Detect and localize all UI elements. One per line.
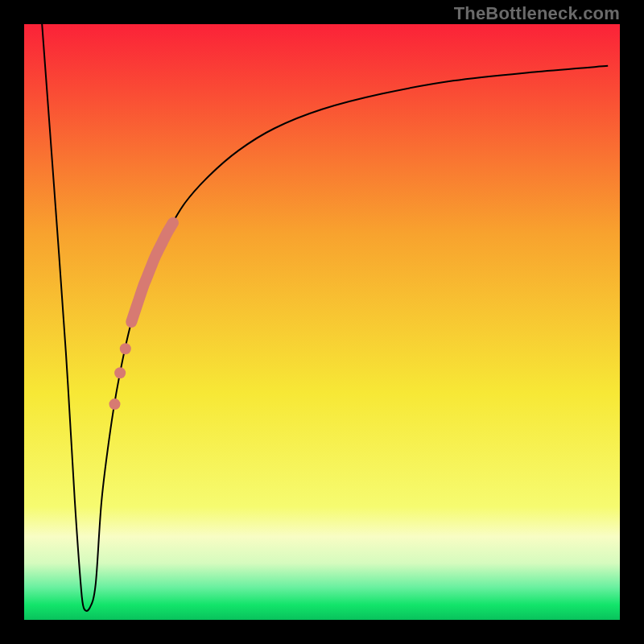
chart-svg (24, 24, 620, 620)
highlight-dot-1 (114, 367, 126, 378)
gradient-background (24, 24, 620, 620)
chart-frame: TheBottleneck.com (0, 0, 644, 644)
watermark-text: TheBottleneck.com (454, 3, 620, 24)
plot-area (24, 24, 620, 620)
highlight-dot-2 (109, 398, 120, 410)
highlight-dot-0 (120, 343, 131, 354)
